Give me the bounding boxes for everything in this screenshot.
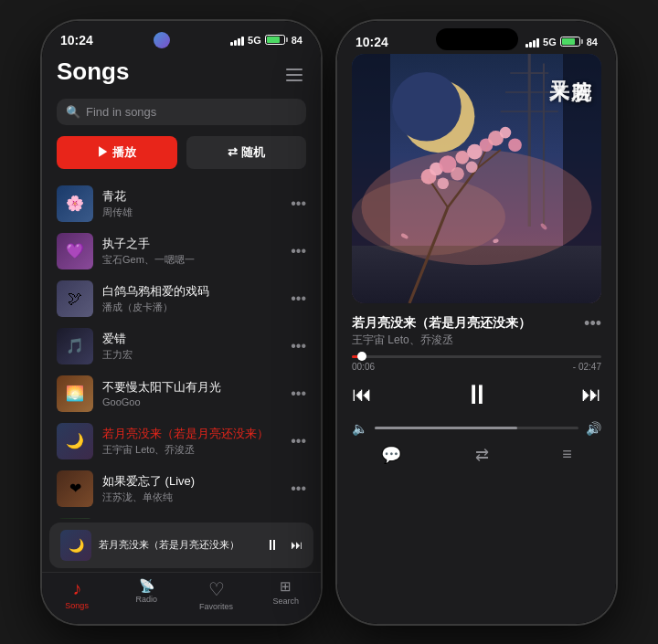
song-artist-6: 王宇宙 Leto、乔浚丞 [102,443,281,457]
song-name-2: 执子之手 [102,236,281,252]
more-icon-7[interactable]: ••• [291,480,306,497]
song-thumb-1: 🌸 [57,185,93,222]
list-item[interactable]: 👤 无名的人 ••• [42,512,321,519]
song-thumb-7: ❤ [57,470,93,507]
status-bar-left: 10:24 5G 84 [42,21,321,54]
song-artist-2: 宝石Gem、一嗯嗯一 [102,253,281,267]
svg-point-30 [466,161,478,173]
lyrics-button[interactable]: 💬 [381,445,401,465]
list-item[interactable]: 🌸 青花 周传雄 ••• [42,180,321,227]
song-artist-5: GooGoo [102,396,281,407]
mini-player[interactable]: 🌙 若月亮没来（若是月亮还没来） ⏸ ⏭ [49,523,313,568]
search-tab-icon: ⊞ [280,578,292,595]
shuffle-label: ⇄ 随机 [228,144,265,161]
song-artist-3: 潘成（皮卡潘） [102,301,281,314]
signal-label-left: 5G [248,35,261,46]
queue-button[interactable]: ≡ [562,445,572,464]
play-button[interactable]: ▶ 播放 [57,136,177,169]
song-name-5: 不要慢太阳下山有月光 [102,379,281,396]
status-center-left [154,32,170,48]
tab-radio[interactable]: 📡 Radio [111,578,181,611]
song-thumb-8: 👤 [57,518,93,519]
tab-songs[interactable]: ♪ Songs [42,578,111,611]
more-icon-2[interactable]: ••• [291,243,306,259]
song-artist-1: 周传雄 [102,206,281,219]
play-pause-button[interactable]: ⏸ [463,379,491,410]
more-icon-6[interactable]: ••• [291,433,306,449]
shuffle-button[interactable]: ⇄ 随机 [186,136,307,169]
search-placeholder: Find in songs [86,105,156,119]
song-list: 🌸 青花 周传雄 ••• 💜 执子之手 宝石Gem、一嗯嗯一 ••• [42,180,321,519]
search-icon: 🔍 [66,105,80,119]
list-item[interactable]: 💜 执子之手 宝石Gem、一嗯嗯一 ••• [42,227,321,275]
svg-point-29 [451,166,464,180]
tab-favorites[interactable]: ♡ Favorites [182,578,251,611]
svg-point-13 [352,178,505,255]
list-item[interactable]: ❤ 如果爱忘了 (Live) 汪苏泷、单依纯 ••• [42,465,321,512]
repeat-button[interactable]: ⇄ [475,445,489,465]
svg-point-22 [455,151,469,164]
more-icon-1[interactable]: ••• [291,195,306,212]
now-playing: 若腕又来 若月亮没来（若是月亮还没来） 王宇宙 Leto、乔浚丞 ••• [337,54,616,624]
np-song-info: 若月亮没来（若是月亮还没来） 王宇宙 Leto、乔浚丞 ••• [337,314,616,348]
list-item[interactable]: 🌙 若月亮没来（若是月亮还没来） 王宇宙 Leto、乔浚丞 ••• [42,417,321,465]
song-thumb-5: 🌅 [57,375,93,412]
progress-thumb [357,352,366,361]
tab-bar: ♪ Songs 📡 Radio ♡ Favorites ⊞ Search [42,572,321,624]
np-song-artist: 王宇宙 Leto、乔浚丞 [352,333,538,348]
volume-bar[interactable] [375,427,578,429]
np-title-block: 若月亮没来（若是月亮还没来） 王宇宙 Leto、乔浚丞 [352,314,538,348]
search-bar[interactable]: 🔍 Find in songs [57,99,306,125]
list-item[interactable]: 🌅 不要慢太阳下山有月光 GooGoo ••• [42,370,321,417]
status-time-left: 10:24 [60,33,93,48]
svg-point-26 [500,126,512,138]
signal-icon-right [525,37,539,48]
song-name-7: 如果爱忘了 (Live) [102,473,281,490]
np-more-icon[interactable]: ••• [584,314,601,333]
search-tab-label: Search [273,596,300,606]
tab-search[interactable]: ⊞ Search [251,578,321,611]
mini-pause-button[interactable]: ⏸ [265,537,280,554]
mini-player-thumb: 🌙 [60,530,91,561]
left-phone: 10:24 5G 84 [42,21,321,624]
more-icon-4[interactable]: ••• [291,338,306,354]
progress-times: 00:06 - 02:47 [352,362,601,372]
songs-title: Songs [57,58,129,86]
progress-section: 00:06 - 02:47 [337,355,616,372]
album-art: 若腕又来 [352,54,601,303]
favorites-tab-label: Favorites [199,602,233,611]
fast-forward-button[interactable]: ⏭ [581,383,601,406]
songs-header: Songs 🔍 Find in songs ▶ 播放 [42,54,321,180]
mini-player-title: 若月亮没来（若是月亮还没来） [99,538,258,552]
song-info-4: 爱错 王力宏 [102,331,281,362]
battery-right [560,37,583,47]
song-info-5: 不要慢太阳下山有月光 GooGoo [102,379,281,407]
battery-label-right: 84 [587,37,598,48]
album-art-container: 若腕又来 [337,54,616,314]
songs-tab-icon: ♪ [72,578,81,599]
song-info-3: 白鸽乌鸦相爱的戏码 潘成（皮卡潘） [102,283,281,314]
progress-bar[interactable] [352,355,601,358]
song-thumb-6: 🌙 [57,423,93,459]
svg-point-28 [437,177,449,189]
rewind-button[interactable]: ⏮ [352,383,372,406]
avatar-left [154,32,170,48]
status-right-left: 5G 84 [230,35,302,46]
list-item[interactable]: 🎵 爱错 王力宏 ••• [42,322,321,370]
more-icon-3[interactable]: ••• [291,290,306,307]
song-info-6: 若月亮没来（若是月亮还没来） 王宇宙 Leto、乔浚丞 [102,426,281,457]
controls-section: ⏮ ⏸ ⏭ 🔈 🔊 [337,379,616,436]
svg-point-27 [508,138,522,152]
main-controls: ⏮ ⏸ ⏭ [352,379,601,410]
total-time: - 02:47 [573,362,601,372]
mini-player-controls: ⏸ ⏭ [265,537,302,554]
battery-left [265,35,288,45]
list-item[interactable]: 🕊 白鸽乌鸦相爱的戏码 潘成（皮卡潘） ••• [42,275,321,322]
signal-icon-left [230,35,244,46]
menu-icon[interactable] [282,65,306,85]
volume-row: 🔈 🔊 [352,421,601,436]
more-icon-5[interactable]: ••• [291,385,306,402]
song-artist-7: 汪苏泷、单依纯 [102,491,281,504]
mini-next-button[interactable]: ⏭ [291,538,302,552]
song-thumb-2: 💜 [57,233,93,269]
